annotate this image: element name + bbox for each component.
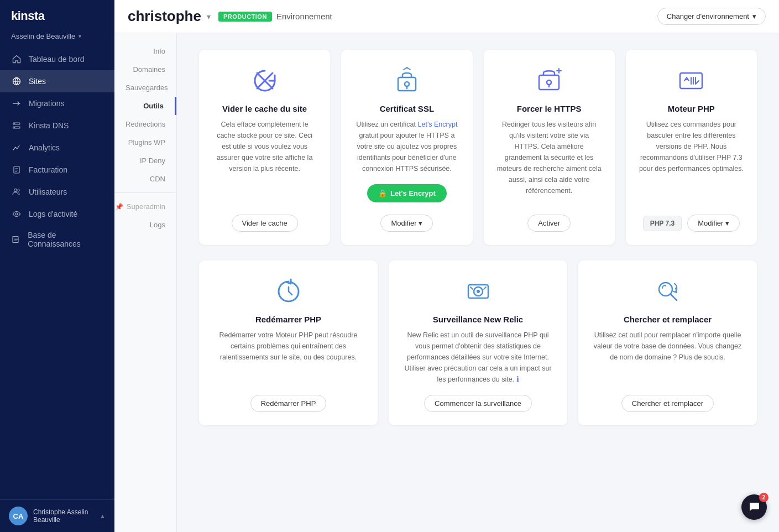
user-full-name: Christophe Asselin Beauville xyxy=(33,508,100,524)
brand-name: kinsta xyxy=(11,9,45,23)
php-actions: PHP 7.3 Modifier ▾ xyxy=(643,215,740,232)
restart-php-actions: Redémarrer PHP xyxy=(250,395,327,412)
tool-card-search-replace: Chercher et remplacer Utilisez cet outil… xyxy=(578,260,757,425)
logo: kinsta xyxy=(0,0,114,29)
dns-icon xyxy=(11,120,22,131)
account-switcher[interactable]: Asselin de Beauville ▾ xyxy=(0,29,114,48)
php-modifier-label: Modifier xyxy=(698,219,723,227)
superadmin-label: Superadmin xyxy=(127,202,165,211)
sub-sidebar-item-info[interactable]: Info xyxy=(114,42,176,60)
search-replace-button[interactable]: Chercher et remplacer xyxy=(621,395,714,412)
sub-sidebar-item-redirections[interactable]: Redirections xyxy=(114,115,176,133)
sidebar-label-logs-activite: Logs d'activité xyxy=(29,210,77,218)
php-description: Utilisez ces commandes pour basculer ent… xyxy=(639,119,744,205)
sidebar-item-tableau-de-bord[interactable]: Tableau de bord xyxy=(0,48,114,70)
chat-button[interactable]: 2 xyxy=(741,494,767,520)
user-profile[interactable]: CA Christophe Asselin Beauville ▲ xyxy=(0,499,114,532)
tool-card-ssl: Certificat SSL Utilisez un certificat Le… xyxy=(341,50,472,245)
sub-sidebar-item-domaines[interactable]: Domaines xyxy=(114,60,176,79)
svg-point-8 xyxy=(15,213,18,215)
main-nav: Tableau de bord Sites Migrations xyxy=(0,48,114,499)
new-relic-title: Surveillance New Relic xyxy=(433,315,523,324)
php-modifier-button[interactable]: Modifier ▾ xyxy=(687,215,740,232)
sidebar-label-tableau-de-bord: Tableau de bord xyxy=(29,55,84,64)
tool-card-php: Moteur PHP Utilisez ces commandes pour b… xyxy=(626,50,757,245)
activer-https-button[interactable]: Activer xyxy=(527,215,571,232)
eye-icon xyxy=(11,208,22,220)
env-badge: PRODUCTION xyxy=(218,12,272,22)
restart-php-description: Redémarrer votre Moteur PHP peut résoudr… xyxy=(212,330,364,385)
account-name: Asselin de Beauville xyxy=(11,32,75,40)
https-icon xyxy=(534,65,564,96)
pin-icon: 📌 xyxy=(115,203,123,211)
sub-sidebar-item-cdn[interactable]: CDN xyxy=(114,170,176,188)
new-relic-button[interactable]: Commencer la surveillance xyxy=(424,395,532,412)
sidebar-label-kinsta-dns: Kinsta DNS xyxy=(29,121,69,130)
sub-sidebar-item-ip-deny[interactable]: IP Deny xyxy=(114,152,176,170)
clear-cache-icon xyxy=(249,65,280,96)
ssl-modifier-label: Modifier xyxy=(391,219,416,227)
chevron-down-icon: ▾ xyxy=(79,33,81,39)
sidebar-item-migrations[interactable]: Migrations xyxy=(0,92,114,114)
sub-sidebar-item-sauvegardes[interactable]: Sauvegardes xyxy=(114,79,176,97)
lets-encrypt-button[interactable]: 🔒 Let's Encrypt xyxy=(367,184,447,202)
sub-sidebar: Info Domaines Sauvegardes Outils Redirec… xyxy=(114,33,177,532)
sub-sidebar-item-logs[interactable]: Logs xyxy=(114,216,176,234)
sidebar-label-analytics: Analytics xyxy=(29,143,60,152)
change-env-button[interactable]: Changer d'environnement ▾ xyxy=(657,8,766,25)
sidebar-item-sites[interactable]: Sites xyxy=(0,70,114,92)
book-icon xyxy=(11,234,21,245)
sidebar-label-utilisateurs: Utilisateurs xyxy=(29,187,67,196)
sidebar-item-base-connaissances[interactable]: Base de Connaissances xyxy=(0,225,114,254)
sidebar-item-kinsta-dns[interactable]: Kinsta DNS xyxy=(0,114,114,137)
topbar-right: Changer d'environnement ▾ xyxy=(657,8,766,25)
new-relic-actions: Commencer la surveillance xyxy=(424,395,532,412)
svg-point-3 xyxy=(14,123,15,124)
restart-php-button[interactable]: Redémarrer PHP xyxy=(250,395,327,412)
sidebar: kinsta Asselin de Beauville ▾ Tableau de… xyxy=(0,0,114,532)
https-description: Rediriger tous les visiteurs afin qu'ils… xyxy=(497,119,602,205)
sidebar-item-analytics[interactable]: Analytics xyxy=(0,137,114,159)
tool-card-https: Forcer le HTTPS Rediriger tous les visit… xyxy=(484,50,615,245)
https-title: Forcer le HTTPS xyxy=(517,104,582,113)
php-version-badge: PHP 7.3 xyxy=(643,216,682,231)
ssl-actions: 🔒 Let's Encrypt Modifier ▾ xyxy=(367,184,447,232)
topbar: christophe ▾ PRODUCTION Environnement Ch… xyxy=(114,0,779,33)
sub-sidebar-item-outils[interactable]: Outils xyxy=(114,97,176,115)
home-icon xyxy=(11,54,22,65)
svg-point-6 xyxy=(14,189,17,192)
change-env-label: Changer d'environnement xyxy=(667,12,749,20)
migrations-icon xyxy=(11,98,22,109)
search-replace-icon xyxy=(652,276,683,307)
search-replace-title: Chercher et remplacer xyxy=(624,315,712,324)
vider-cache-button[interactable]: Vider le cache xyxy=(232,215,298,232)
php-title: Moteur PHP xyxy=(668,104,715,113)
svg-point-16 xyxy=(477,290,480,293)
sidebar-item-utilisateurs[interactable]: Utilisateurs xyxy=(0,181,114,203)
new-relic-icon xyxy=(463,276,494,307)
lock-icon: 🔒 xyxy=(378,189,387,197)
ssl-title: Certificat SSL xyxy=(380,104,434,113)
php-icon xyxy=(676,65,707,96)
site-switcher-chevron[interactable]: ▾ xyxy=(207,12,211,21)
svg-point-4 xyxy=(14,127,15,128)
tools-bottom-grid: Redémarrer PHP Redémarrer votre Moteur P… xyxy=(199,260,757,425)
sidebar-item-facturation[interactable]: Facturation xyxy=(0,159,114,181)
new-relic-description: New Relic est un outil de surveillance P… xyxy=(402,330,554,385)
users-icon xyxy=(11,186,22,197)
restart-php-title: Redémarrer PHP xyxy=(255,315,321,324)
sidebar-label-sites: Sites xyxy=(29,77,46,86)
svg-point-7 xyxy=(18,189,20,191)
sidebar-item-logs-activite[interactable]: Logs d'activité xyxy=(0,203,114,225)
env-label: Environnement xyxy=(276,12,332,21)
ssl-modifier-button[interactable]: Modifier ▾ xyxy=(380,215,433,232)
sub-sidebar-item-plugins-wp[interactable]: Plugins WP xyxy=(114,133,176,152)
tools-top-grid: Vider le cache du site Cela efface compl… xyxy=(199,50,757,245)
chart-icon xyxy=(11,142,22,153)
search-replace-actions: Chercher et remplacer xyxy=(621,395,714,412)
invoice-icon xyxy=(11,164,22,175)
restart-php-icon xyxy=(273,276,304,307)
sub-sidebar-superadmin[interactable]: 📌 Superadmin xyxy=(114,197,176,216)
tool-card-new-relic: Surveillance New Relic New Relic est un … xyxy=(389,260,567,425)
ssl-description: Utilisez un certificat Let's Encrypt gra… xyxy=(354,119,459,174)
